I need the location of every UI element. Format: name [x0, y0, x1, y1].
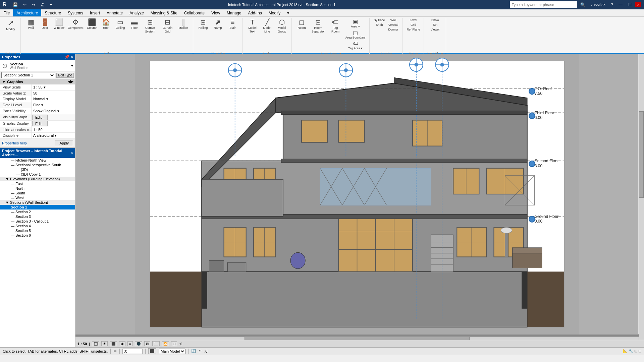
menu-context[interactable]: ▾	[284, 9, 292, 16]
tree-group-sections[interactable]: ▼ Sections (Wall Section)	[0, 200, 75, 205]
menu-structure[interactable]: Structure	[41, 9, 64, 16]
3d-nav-btn[interactable]: 🔀	[162, 341, 169, 346]
tree-item-section1[interactable]: Section 1	[0, 205, 75, 209]
tree-item-section3[interactable]: — Section 3	[0, 214, 75, 219]
set-btn[interactable]: Set	[429, 23, 441, 27]
project-browser-close-btn[interactable]: ×	[71, 150, 73, 155]
minimize-btn[interactable]: —	[616, 2, 625, 7]
model-line-btn[interactable]: ╱ ModelLine	[261, 18, 274, 34]
door-btn[interactable]: 🚪 Door	[38, 18, 52, 31]
tree-item-3d[interactable]: — (3D)	[0, 167, 75, 172]
properties-pin-btn[interactable]: 📌	[64, 55, 69, 59]
tree-item-section6[interactable]: — Section 6	[0, 233, 75, 238]
tree-item-section3-callout[interactable]: — Section 3 - Callout 1	[0, 219, 75, 224]
vertical-btn[interactable]: Vertical	[387, 23, 399, 27]
graphic-display-edit-btn[interactable]: Edit...	[32, 121, 48, 126]
curtain-grid-btn[interactable]: ⊟ CurtainGrid	[159, 18, 176, 34]
model-text-btn[interactable]: T ModelText	[246, 18, 259, 34]
tree-item-north[interactable]: — North	[0, 186, 75, 191]
curtain-system-btn[interactable]: ⊞ CurtainSystem	[142, 18, 159, 34]
menu-collaborate[interactable]: Collaborate	[181, 9, 208, 16]
tree-item-west[interactable]: — West	[0, 195, 75, 200]
shadow-btn[interactable]: 🌑	[135, 341, 142, 346]
tree-item-sectional-south[interactable]: — Sectional perspective South	[0, 163, 75, 167]
tree-item-kitchen-north[interactable]: — kitchen-North View	[0, 158, 75, 163]
tree-item-3d-copy[interactable]: — (3D) Copy 1	[0, 172, 75, 177]
edit-type-btn[interactable]: Edit Type	[56, 73, 74, 78]
visual-style-btn[interactable]: ◉	[119, 341, 125, 346]
view-mode-btn[interactable]: 🔲	[92, 341, 99, 346]
by-face-btn[interactable]: By Face	[373, 18, 386, 22]
component-btn[interactable]: ⚙ Component	[66, 18, 85, 31]
grid-btn[interactable]: Grid	[406, 23, 421, 27]
search-btn[interactable]: 🔍	[578, 2, 587, 7]
stair-btn[interactable]: ≡ Stair	[226, 18, 239, 31]
area-boundary-btn[interactable]: ▢ Area Boundary	[344, 29, 367, 40]
model-group-btn[interactable]: ⬡ ModelGroup	[275, 18, 289, 34]
menu-analyze[interactable]: Analyze	[126, 9, 147, 16]
window-btn[interactable]: ⬜ Window	[52, 18, 66, 31]
v-scrollbar[interactable]	[639, 54, 644, 342]
tag-area-btn[interactable]: 🏷 Tag Area ▾	[344, 40, 367, 50]
tree-item-east[interactable]: — East	[0, 181, 75, 186]
element-type-dropdown[interactable]: ▾	[71, 64, 73, 68]
quick-access-undo[interactable]: ↩	[21, 2, 29, 7]
menu-modify[interactable]: Modify	[265, 9, 284, 16]
tree-item-section5[interactable]: — Section 5	[0, 228, 75, 233]
model-select[interactable]: Main Model	[159, 349, 185, 354]
user-account[interactable]: vassilisk	[589, 2, 608, 7]
ramp-btn[interactable]: ⬈ Ramp	[211, 18, 225, 31]
graphics-group-header[interactable]: ▼ Graphics ◀▶	[0, 79, 75, 84]
tree-item-south[interactable]: — South	[0, 191, 75, 195]
ceiling-btn[interactable]: ▭ Ceiling	[114, 18, 127, 31]
discipline-value[interactable]: Architectural ▾	[32, 133, 75, 138]
help-btn[interactable]: ?	[609, 2, 615, 7]
close-btn[interactable]: ×	[635, 2, 641, 7]
level-btn[interactable]: Level	[406, 18, 421, 22]
modify-btn[interactable]: ↗ Modify	[4, 18, 17, 32]
area-btn[interactable]: ▣ Area ▾	[344, 18, 367, 28]
display-model-value[interactable]: Normal ▾	[32, 96, 75, 102]
room-separator-btn[interactable]: ⊟ RoomSeparator	[310, 18, 327, 34]
apply-btn[interactable]: Apply	[55, 140, 73, 146]
project-browser-content[interactable]: — kitchen-North View — Sectional perspec…	[0, 158, 75, 347]
properties-help-link[interactable]: Properties help	[2, 141, 54, 145]
thin-lines-btn[interactable]: ≡	[127, 341, 133, 346]
quick-access-print[interactable]: 🖨	[39, 2, 47, 7]
tree-item-section2[interactable]: — Section 2	[0, 209, 75, 214]
menu-manage[interactable]: Manage	[223, 9, 245, 16]
menu-massing[interactable]: Massing & Site	[147, 9, 181, 16]
search-input[interactable]	[510, 1, 577, 8]
tree-group-elevations[interactable]: ▼ Elevations (Building Elevation)	[0, 177, 75, 181]
mullion-btn[interactable]: ∥ Mullion	[177, 18, 190, 31]
menu-systems[interactable]: Systems	[64, 9, 87, 16]
render-btn[interactable]: ⬛	[110, 341, 117, 346]
section-dropdown[interactable]: Section: Section 1	[1, 72, 55, 78]
menu-addins[interactable]: Add-Ins	[245, 9, 265, 16]
quick-access-redo[interactable]: ↪	[30, 2, 37, 7]
quick-access-more[interactable]: ▾	[48, 2, 54, 7]
canvas-area[interactable]: T.O. Roof 7.50 Third Floor 6.00 Second F…	[75, 54, 644, 347]
parts-visibility-value[interactable]: Show Original ▾	[32, 108, 75, 114]
roof-btn[interactable]: 🏠 Roof	[100, 18, 113, 31]
menu-annotate[interactable]: Annotate	[103, 9, 126, 16]
maximize-btn[interactable]: ❐	[626, 2, 634, 7]
shaft-btn[interactable]: Shaft	[373, 23, 386, 27]
viewer-btn[interactable]: Viewer	[429, 27, 441, 32]
visibility-edit-btn[interactable]: Edit...	[32, 115, 48, 120]
quick-access-save[interactable]: 💾	[11, 2, 20, 7]
wall-btn[interactable]: ▦ Wall	[24, 18, 38, 31]
v-scrollbar-thumb[interactable]	[639, 111, 644, 198]
properties-close-btn[interactable]: ×	[71, 55, 73, 59]
detail-level-value[interactable]: Fine ▾	[32, 102, 75, 108]
floor-btn[interactable]: ▬ Floor	[128, 18, 141, 31]
room-btn[interactable]: ◻ Room	[295, 18, 309, 31]
coordinates-input[interactable]	[122, 349, 143, 354]
menu-file[interactable]: File	[0, 9, 13, 16]
menu-architecture[interactable]: Architecture	[13, 9, 41, 16]
tag-room-btn[interactable]: 🏷 TagRoom	[328, 18, 343, 34]
menu-view[interactable]: View	[208, 9, 223, 16]
view-scale-value[interactable]: 1 : 50 ▾	[32, 84, 75, 90]
crop-btn[interactable]: ⊠	[144, 341, 150, 346]
dormer-btn[interactable]: Dormer	[387, 27, 399, 32]
